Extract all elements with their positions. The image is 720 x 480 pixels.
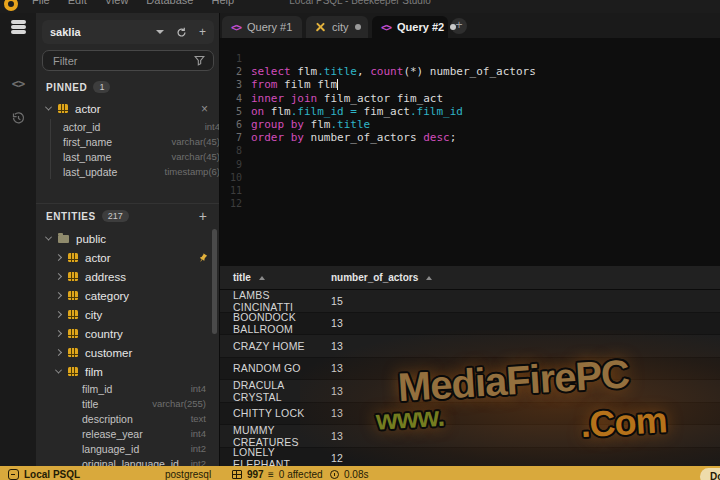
- table-name: customer: [85, 347, 132, 359]
- chevron-down-icon[interactable]: [45, 234, 52, 241]
- editor-line: 3from film flm: [220, 78, 720, 91]
- add-connection-button[interactable]: +: [199, 26, 206, 38]
- status-bar: Local PSQL postgresql 997 ≡ 0 affected 0…: [0, 466, 720, 480]
- column-row[interactable]: last_namevarchar(45): [51, 149, 220, 164]
- line-number: 9: [220, 158, 242, 171]
- pin-icon[interactable]: [198, 253, 208, 263]
- queries-tab-icon[interactable]: <>: [0, 77, 36, 91]
- sidebar-table-customer[interactable]: customer: [36, 343, 220, 362]
- code-text: order by number_of_actors desc;: [242, 131, 456, 144]
- chevron-icon[interactable]: [55, 330, 62, 337]
- code-text: on flm.film_id = fim_act.film_id: [242, 105, 463, 118]
- cell-number: 13: [331, 430, 343, 442]
- download-button[interactable]: Download: [700, 468, 720, 480]
- column-type: varchar(255): [152, 398, 206, 409]
- sql-editor[interactable]: 12select flm.title, count(*) number_of_a…: [220, 38, 720, 266]
- table-icon: [68, 329, 78, 338]
- entity-filter[interactable]: [42, 50, 214, 71]
- entities-section-header: ENTITIES 217: [46, 210, 129, 222]
- table-name: actor: [85, 252, 111, 264]
- column-row[interactable]: last_updatetimestamp(6): [51, 164, 220, 179]
- pinned-table-actor[interactable]: actor ×: [36, 100, 220, 117]
- editor-body: 12select flm.title, count(*) number_of_a…: [220, 52, 720, 210]
- line-number: 11: [220, 184, 242, 197]
- line-number: 6: [220, 118, 242, 131]
- menu-help[interactable]: Help: [211, 0, 234, 6]
- dialect-label: postgresql: [165, 469, 211, 480]
- sidebar-table-city[interactable]: city: [36, 305, 220, 324]
- table-name: city: [85, 309, 102, 321]
- code-text: [242, 52, 251, 65]
- connection-name: saklia: [50, 26, 81, 38]
- column-row[interactable]: descriptiontext: [36, 411, 220, 426]
- rows-affected: ≡ 0 affected: [268, 469, 323, 480]
- cell-title: LAMBS CINCINATTI: [220, 289, 331, 313]
- tab-query-2[interactable]: <>Query #2: [372, 16, 448, 38]
- column-row[interactable]: film_idint4: [36, 381, 220, 396]
- column-row[interactable]: titlevarchar(255): [36, 396, 220, 411]
- entities-label: ENTITIES: [46, 211, 96, 222]
- schema-row-public[interactable]: public: [36, 229, 220, 248]
- table-row[interactable]: BOONDOCK BALLROOM13: [220, 313, 720, 336]
- chevron-icon[interactable]: [55, 254, 62, 261]
- editor-line: 10: [220, 171, 720, 184]
- menu-file[interactable]: File: [32, 0, 50, 6]
- column-row[interactable]: original_language_idint2: [36, 456, 220, 466]
- menu-view[interactable]: View: [105, 0, 129, 6]
- sidebar-table-actor[interactable]: actor: [36, 248, 220, 267]
- tab-query-1[interactable]: <>Query #1: [222, 16, 302, 38]
- sidebar-table-country[interactable]: country: [36, 324, 220, 343]
- menu-edit[interactable]: Edit: [68, 0, 87, 6]
- line-number: 8: [220, 144, 242, 157]
- chevron-icon[interactable]: [55, 311, 62, 318]
- table-row[interactable]: LAMBS CINCINATTI15: [220, 290, 720, 313]
- column-type: varchar(45): [171, 151, 220, 162]
- chevron-icon[interactable]: [55, 367, 62, 374]
- database-tab-icon[interactable]: [0, 20, 36, 36]
- editor-line: 8: [220, 144, 720, 157]
- cell-number: 12: [331, 452, 343, 464]
- unpin-close-icon[interactable]: ×: [201, 103, 208, 115]
- folder-icon: [58, 235, 69, 243]
- chevron-icon[interactable]: [55, 292, 62, 299]
- column-row[interactable]: first_namevarchar(45): [51, 134, 220, 149]
- table-name: film: [85, 366, 103, 378]
- table-row[interactable]: RANDOM GO13: [220, 358, 720, 381]
- sidebar-scrollbar[interactable]: [212, 229, 217, 334]
- sort-asc-icon: [426, 276, 432, 280]
- history-tab-icon[interactable]: [0, 111, 36, 126]
- add-entity-button[interactable]: +: [199, 211, 207, 221]
- column-header-number-of-actors[interactable]: number_of_actors: [331, 272, 432, 283]
- sidebar-table-film[interactable]: film: [36, 362, 220, 381]
- column-row[interactable]: release_yearint4: [36, 426, 220, 441]
- tab-label: Query #1: [247, 21, 292, 33]
- column-name: film_id: [82, 383, 112, 395]
- results-header: title number_of_actors: [220, 266, 720, 290]
- column-row[interactable]: actor_idint4: [51, 119, 220, 134]
- sidebar-table-category[interactable]: category: [36, 286, 220, 305]
- query-elapsed-time: 0.08s: [330, 469, 368, 480]
- table-row[interactable]: MUMMY CREATURES13: [220, 425, 720, 448]
- table-name: country: [85, 328, 123, 340]
- column-header-title[interactable]: title: [220, 272, 331, 283]
- connection-status[interactable]: Local PSQL: [8, 469, 80, 480]
- code-icon: <>: [12, 77, 24, 91]
- connection-select[interactable]: saklia +: [42, 20, 214, 44]
- chevron-icon[interactable]: [55, 349, 62, 356]
- line-number: 5: [220, 105, 242, 118]
- tab-city[interactable]: city: [306, 16, 368, 38]
- table-row[interactable]: CHITTY LOCK13: [220, 403, 720, 426]
- sidebar-table-address[interactable]: address: [36, 267, 220, 286]
- refresh-button[interactable]: [176, 27, 187, 38]
- table-row[interactable]: DRACULA CRYSTAL13: [220, 380, 720, 403]
- editor-line: 7order by number_of_actors desc;: [220, 131, 720, 144]
- menu-database[interactable]: Database: [146, 0, 193, 6]
- table-row[interactable]: CRAZY HOME13: [220, 335, 720, 358]
- nav-rail: <>: [0, 13, 36, 466]
- chevron-down-icon: [156, 30, 164, 34]
- column-row[interactable]: language_idint2: [36, 441, 220, 456]
- column-type: int2: [191, 443, 206, 454]
- chevron-down-icon[interactable]: [45, 104, 52, 111]
- filter-input[interactable]: [51, 54, 181, 68]
- chevron-icon[interactable]: [55, 273, 62, 280]
